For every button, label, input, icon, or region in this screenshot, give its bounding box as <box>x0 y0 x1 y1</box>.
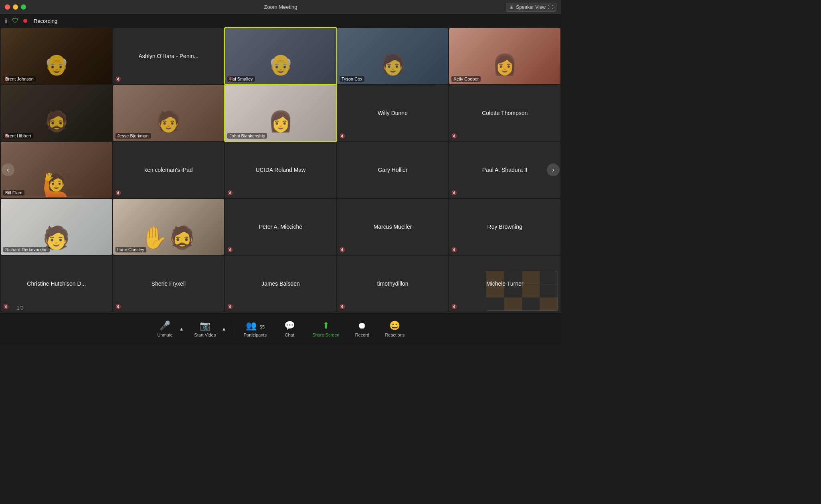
video-off-icon: 📷 <box>200 321 210 331</box>
prev-page-button[interactable]: ‹ <box>2 163 14 176</box>
recording-label: Recording <box>34 18 57 24</box>
speaker-view-label: Speaker View <box>516 4 546 10</box>
name-label-lane: Lane Chesley <box>115 247 146 252</box>
info-icon[interactable]: ℹ <box>5 17 7 25</box>
mute-icon-willy: 🔇 <box>340 133 345 139</box>
participant-name-marcus: Marcus Mueller <box>372 222 414 232</box>
participant-name-ashlyn: Ashlyn O'Hara - Penin... <box>137 51 200 61</box>
thumbnail-grid <box>486 271 558 310</box>
participant-cell-willy-dunne[interactable]: Willy Dunne 🔇 <box>337 85 449 141</box>
chat-button[interactable]: 💬 Chat <box>275 317 303 341</box>
participant-cell-johni[interactable]: 👩 Johni Blankenship <box>225 85 336 141</box>
reactions-label: Reactions <box>385 333 404 337</box>
unmute-group: 🎤 Unmute ▲ <box>151 317 186 341</box>
mute-icon-christine: 🔇 <box>3 304 9 309</box>
mute-icon-ken: 🔇 <box>115 190 121 196</box>
shield-icon: 🛡 <box>12 17 18 24</box>
video-grid: 👴 🔇 Brent Johnson Ashlyn O'Hara - Penin.… <box>0 27 561 312</box>
close-button[interactable] <box>5 4 10 10</box>
thumb-cell <box>540 298 558 310</box>
participant-cell-ucida-roland[interactable]: UCIDA Roland Maw 🔇 <box>225 142 336 198</box>
speaker-view-button[interactable]: ⊞ Speaker View ⛶ <box>506 3 556 12</box>
participant-cell-peter-micciche[interactable]: Peter A. Micciche 🔇 <box>225 199 336 255</box>
participant-cell-kelly-cooper[interactable]: 👩 Kelly Cooper <box>449 28 560 84</box>
video-chevron[interactable]: ▲ <box>220 325 228 333</box>
participant-name-ken: ken coleman's iPad <box>143 165 194 175</box>
participant-cell-christine[interactable]: Christine Hutchison D... 🔇 <box>1 256 112 312</box>
mute-icon-roy: 🔇 <box>451 247 457 252</box>
thumb-cell <box>540 284 558 297</box>
participant-cell-james-baisden[interactable]: James Baisden 🔇 <box>225 256 336 312</box>
participant-name-timothy: timothydillon <box>376 279 410 288</box>
name-label-johni: Johni Blankenship <box>227 133 267 139</box>
participant-cell-roy-browning[interactable]: Roy Browning 🔇 <box>449 199 560 255</box>
participant-cell-paul-shadura[interactable]: Paul A. Shadura II 🔇 <box>449 142 560 198</box>
participant-name-sherie: Sherie Fryxell <box>150 279 188 288</box>
record-icon: ⏺ <box>358 321 366 331</box>
name-label-richard: Richard Derkevorkian <box>3 247 50 252</box>
name-label-bill: Bill Elam <box>3 190 24 196</box>
thumb-cell <box>504 298 522 310</box>
record-label: Record <box>355 333 369 337</box>
participant-cell-tyson-cox[interactable]: 🧑 Tyson Cox <box>337 28 449 84</box>
participant-name-james: James Baisden <box>260 279 301 288</box>
participant-cell-ashlyn[interactable]: Ashlyn O'Hara - Penin... 🔇 <box>113 28 224 84</box>
share-screen-icon: ⬆ <box>322 321 330 331</box>
participant-cell-jesse[interactable]: 🧑 🔇 Jesse Bjorkman <box>113 85 224 141</box>
participant-cell-bill-elam[interactable]: 🙋 Bill Elam <box>1 142 112 198</box>
participant-cell-richard[interactable]: 🧑 Richard Derkevorkian <box>1 199 112 255</box>
microphone-muted-icon: 🎤 <box>160 321 170 331</box>
unmute-button[interactable]: 🎤 Unmute <box>151 317 179 341</box>
name-label-hal: Hal Smalley <box>227 76 255 82</box>
window-title: Zoom Meeting <box>264 4 297 10</box>
unmute-chevron[interactable]: ▲ <box>178 325 186 333</box>
participant-cell-brent-hibbert[interactable]: 🧔 🔇 Brent Hibbert <box>1 85 112 141</box>
participant-cell-ken-coleman[interactable]: ken coleman's iPad 🔇 <box>113 142 224 198</box>
fullscreen-button[interactable] <box>21 4 26 10</box>
participant-name-colette: Colette Thompson <box>480 108 529 118</box>
mute-icon-peter: 🔇 <box>227 247 233 252</box>
mute-icon-marcus: 🔇 <box>340 247 345 252</box>
next-page-button[interactable]: › <box>547 163 560 176</box>
record-button[interactable]: ⏺ Record <box>348 317 376 341</box>
chat-icon: 💬 <box>284 321 295 331</box>
participant-cell-hal-smalley[interactable]: 👴 🔇 Hal Smalley <box>225 28 336 84</box>
name-label-jesse: Jesse Bjorkman <box>115 133 151 139</box>
thumbnail-preview <box>486 271 558 311</box>
titlebar: Zoom Meeting ⊞ Speaker View ⛶ <box>0 0 561 14</box>
participant-cell-lane[interactable]: ✋🧔 Lane Chesley <box>113 199 224 255</box>
reactions-icon: 😀 <box>389 321 400 331</box>
mute-icon-timothy: 🔇 <box>340 304 345 309</box>
participant-cell-gary-hollier[interactable]: Gary Hollier <box>337 142 449 198</box>
participant-cell-timothydillon[interactable]: timothydillon 🔇 <box>337 256 449 312</box>
thumb-cell <box>522 298 540 310</box>
share-screen-label: Share Screen <box>312 333 339 337</box>
minimize-button[interactable] <box>13 4 18 10</box>
divider-1 <box>233 321 233 337</box>
reactions-button[interactable]: 😀 Reactions <box>379 317 410 341</box>
recording-dot <box>23 19 27 23</box>
start-video-button[interactable]: 📷 Start Video <box>189 317 222 341</box>
toolbar: 🎤 Unmute ▲ 📷 Start Video ▲ 👥 55 Particip… <box>0 312 561 345</box>
participant-name-paul: Paul A. Shadura II <box>481 165 529 175</box>
mute-icon-sherie: 🔇 <box>115 304 121 309</box>
participant-cell-marcus[interactable]: Marcus Mueller 🔇 <box>337 199 449 255</box>
participants-button[interactable]: 👥 55 Participants <box>238 317 272 341</box>
participant-name-gary: Gary Hollier <box>376 165 409 175</box>
share-screen-button[interactable]: ⬆ Share Screen <box>307 317 345 341</box>
participant-cell-sherie[interactable]: Sherie Fryxell 🔇 <box>113 256 224 312</box>
name-label-brent-h: Brent Hibbert <box>3 133 33 139</box>
participants-count: 55 <box>260 325 265 329</box>
traffic-lights <box>5 4 26 10</box>
start-video-group: 📷 Start Video ▲ <box>189 317 228 341</box>
page-indicator-left: 1/3 <box>17 305 24 311</box>
mute-icon-michele: 🔇 <box>451 304 457 309</box>
name-label-brent-johnson: Brent Johnson <box>3 76 36 82</box>
mute-icon-colette: 🔇 <box>451 133 457 139</box>
participant-cell-brent-johnson[interactable]: 👴 🔇 Brent Johnson <box>1 28 112 84</box>
mute-icon-ucida: 🔇 <box>227 190 233 196</box>
participant-cell-colette[interactable]: Colette Thompson 🔇 <box>449 85 560 141</box>
participant-name-peter: Peter A. Micciche <box>257 222 304 232</box>
fullscreen-icon: ⛶ <box>548 4 553 10</box>
name-label-tyson: Tyson Cox <box>340 76 364 82</box>
